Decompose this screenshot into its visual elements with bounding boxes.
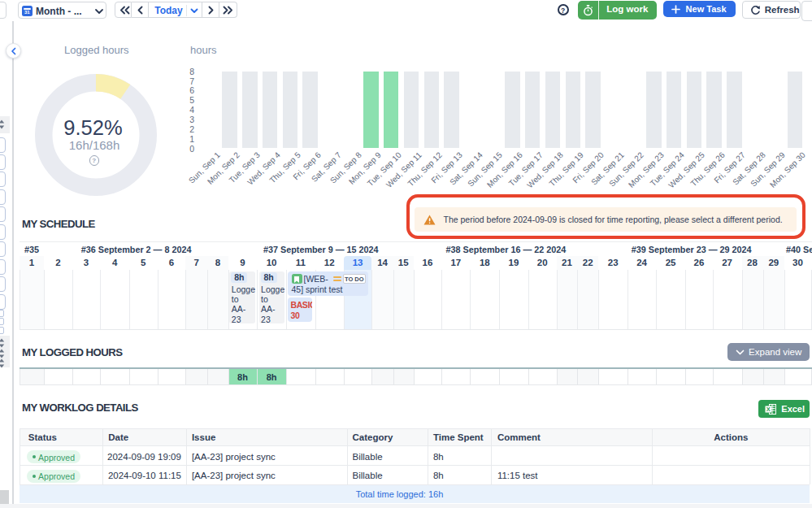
svg-text:X: X [766,406,771,413]
